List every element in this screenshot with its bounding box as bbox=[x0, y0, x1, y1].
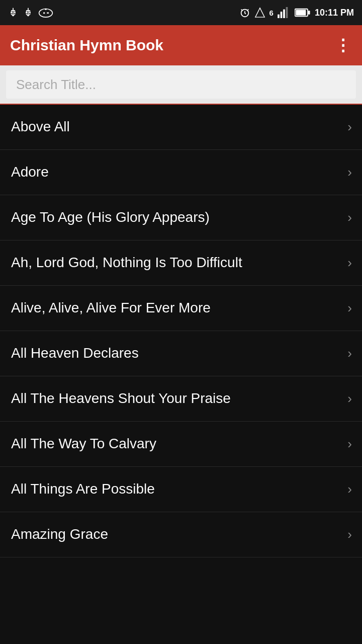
chevron-icon: › bbox=[347, 481, 352, 497]
gamepad-icon bbox=[38, 7, 53, 18]
status-time: 10:11 PM bbox=[315, 8, 354, 18]
hymn-title: Alive, Alive, Alive For Ever More bbox=[11, 299, 342, 317]
hymn-list-item[interactable]: Adore› bbox=[0, 150, 362, 195]
hymn-title: Adore bbox=[11, 163, 342, 181]
hymn-title: All The Way To Calvary bbox=[11, 435, 342, 453]
hymn-list: Above All›Adore›Age To Age (His Glory Ap… bbox=[0, 105, 362, 557]
signal-bars-icon bbox=[278, 7, 291, 18]
hymn-title: All Things Are Possible bbox=[11, 480, 342, 498]
chevron-icon: › bbox=[347, 391, 352, 407]
usb-icon-1 bbox=[8, 7, 18, 18]
svg-marker-11 bbox=[255, 8, 264, 17]
chevron-icon: › bbox=[347, 119, 352, 135]
status-left-icons bbox=[8, 7, 53, 18]
signal-icon bbox=[254, 7, 265, 18]
chevron-icon: › bbox=[347, 300, 352, 316]
battery-icon bbox=[295, 8, 311, 18]
hymn-list-item[interactable]: Ah, Lord God, Nothing Is Too Difficult› bbox=[0, 240, 362, 286]
svg-point-3 bbox=[29, 12, 31, 13]
hymn-list-item[interactable]: Above All› bbox=[0, 105, 362, 150]
hymn-list-item[interactable]: All Things Are Possible› bbox=[0, 467, 362, 512]
usb-icon-2 bbox=[23, 7, 33, 18]
chevron-icon: › bbox=[347, 165, 352, 180]
svg-point-0 bbox=[11, 12, 12, 13]
chevron-icon: › bbox=[347, 255, 352, 271]
hymn-title: Amazing Grace bbox=[11, 525, 342, 543]
menu-button[interactable]: ⋮ bbox=[335, 36, 352, 55]
status-bar: 6 10:11 PM bbox=[0, 0, 362, 25]
hymn-title: All Heaven Declares bbox=[11, 344, 342, 362]
alarm-icon bbox=[239, 7, 250, 18]
svg-rect-13 bbox=[281, 12, 283, 18]
hymn-list-item[interactable]: All Heaven Declares› bbox=[0, 331, 362, 376]
svg-rect-15 bbox=[286, 7, 288, 18]
status-right-icons: 6 10:11 PM bbox=[239, 7, 354, 18]
svg-point-1 bbox=[14, 12, 16, 13]
network-type: 6 bbox=[269, 9, 274, 17]
hymn-list-item[interactable]: Amazing Grace› bbox=[0, 512, 362, 557]
svg-rect-18 bbox=[308, 11, 310, 14]
chevron-icon: › bbox=[347, 527, 352, 542]
chevron-icon: › bbox=[347, 346, 352, 361]
hymn-list-item[interactable]: All The Way To Calvary› bbox=[0, 422, 362, 467]
svg-rect-14 bbox=[283, 10, 285, 18]
svg-point-9 bbox=[48, 13, 49, 14]
hymn-list-item[interactable]: All The Heavens Shout Your Praise› bbox=[0, 376, 362, 422]
hymn-title: Age To Age (His Glory Appears) bbox=[11, 208, 342, 226]
svg-rect-17 bbox=[296, 10, 306, 16]
hymn-title: Ah, Lord God, Nothing Is Too Difficult bbox=[11, 254, 342, 272]
svg-point-2 bbox=[26, 12, 27, 13]
toolbar: Christian Hymn Book ⋮ bbox=[0, 25, 362, 65]
search-input[interactable] bbox=[6, 70, 356, 99]
chevron-icon: › bbox=[347, 210, 352, 225]
search-bar bbox=[0, 65, 362, 105]
svg-point-5 bbox=[45, 9, 46, 10]
hymn-title: All The Heavens Shout Your Praise bbox=[11, 389, 342, 408]
chevron-icon: › bbox=[347, 436, 352, 452]
app-title: Christian Hymn Book bbox=[10, 37, 163, 54]
svg-rect-12 bbox=[278, 15, 280, 18]
hymn-list-item[interactable]: Age To Age (His Glory Appears)› bbox=[0, 195, 362, 240]
hymn-title: Above All bbox=[11, 118, 342, 136]
hymn-list-item[interactable]: Alive, Alive, Alive For Ever More› bbox=[0, 286, 362, 331]
